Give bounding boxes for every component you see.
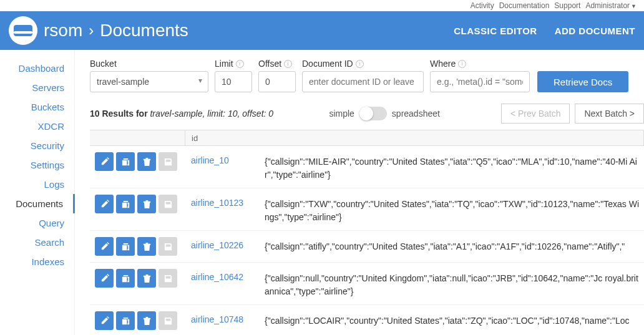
edit-button[interactable] bbox=[95, 152, 114, 171]
where-label: Where i bbox=[430, 59, 530, 69]
support-link[interactable]: Support bbox=[554, 1, 580, 10]
bucket-label: Bucket bbox=[90, 59, 208, 69]
sidebar-item-xdcr[interactable]: XDCR bbox=[0, 117, 74, 136]
document-id-input[interactable] bbox=[302, 71, 424, 92]
save-button bbox=[159, 152, 177, 171]
edit-icon bbox=[100, 316, 109, 326]
info-icon[interactable]: i bbox=[236, 60, 244, 68]
edit-icon bbox=[100, 157, 109, 167]
document-id-link[interactable]: airline_10226 bbox=[191, 240, 243, 250]
top-utility-bar: Activity Documentation Support Administr… bbox=[0, 0, 644, 11]
where-input[interactable] bbox=[430, 71, 530, 92]
document-id-link[interactable]: airline_10123 bbox=[191, 198, 243, 208]
sidebar-item-documents[interactable]: Documents bbox=[0, 194, 75, 213]
logo-icon bbox=[9, 16, 37, 45]
page-header: rsom › Documents CLASSIC EDITOR ADD DOCU… bbox=[0, 11, 644, 50]
results-summary: 10 Results for travel-sample, limit: 10,… bbox=[90, 109, 273, 119]
breadcrumb-current: Documents bbox=[100, 21, 188, 41]
table-header: id bbox=[90, 130, 644, 146]
document-id-link[interactable]: airline_10642 bbox=[191, 272, 243, 282]
sidebar-item-logs[interactable]: Logs bbox=[0, 175, 74, 194]
view-toggle[interactable] bbox=[359, 107, 387, 120]
delete-button[interactable] bbox=[137, 237, 156, 256]
breadcrumb: rsom › Documents bbox=[44, 21, 188, 41]
limit-label: Limit i bbox=[215, 59, 252, 69]
prev-batch-button[interactable]: < Prev Batch bbox=[501, 104, 570, 124]
copy-button[interactable] bbox=[116, 237, 135, 256]
docid-label: Document ID i bbox=[302, 59, 424, 69]
sidebar-item-buckets[interactable]: Buckets bbox=[0, 97, 74, 117]
edit-button[interactable] bbox=[95, 311, 114, 330]
document-content: {"callsign":"atifly","country":"United S… bbox=[258, 237, 644, 253]
sidebar-item-search[interactable]: Search bbox=[0, 233, 74, 252]
document-id-link[interactable]: airline_10748 bbox=[191, 314, 243, 324]
offset-label: Offset i bbox=[258, 59, 296, 69]
info-icon[interactable]: i bbox=[458, 60, 466, 68]
sidebar-item-indexes[interactable]: Indexes bbox=[0, 252, 74, 271]
sidebar-nav: DashboardServersBucketsXDCRSecuritySetti… bbox=[0, 50, 75, 335]
copy-icon bbox=[121, 242, 130, 251]
copy-icon bbox=[121, 274, 130, 283]
results-bar: 10 Results for travel-sample, limit: 10,… bbox=[90, 104, 644, 124]
classic-editor-link[interactable]: CLASSIC EDITOR bbox=[454, 26, 537, 36]
copy-button[interactable] bbox=[116, 311, 135, 330]
info-icon[interactable]: i bbox=[356, 60, 364, 68]
edit-button[interactable] bbox=[95, 195, 114, 213]
trash-icon bbox=[142, 200, 152, 209]
document-id-link[interactable]: airline_10 bbox=[191, 155, 229, 165]
spreadsheet-view-label: spreadsheet bbox=[392, 109, 440, 119]
next-batch-button[interactable]: Next Batch > bbox=[575, 104, 644, 124]
retrieve-docs-button[interactable]: Retrieve Docs bbox=[537, 71, 628, 92]
save-button bbox=[159, 269, 177, 288]
bucket-select[interactable]: travel-sample bbox=[90, 71, 208, 92]
document-content: {"callsign":"TXW","country":"United Stat… bbox=[258, 195, 644, 224]
table-row: airline_10226{"callsign":"atifly","count… bbox=[90, 231, 644, 263]
document-content: {"callsign":"MILE-AIR","country":"United… bbox=[258, 152, 644, 182]
activity-link[interactable]: Activity bbox=[471, 1, 494, 10]
main-content: Bucket travel-sample Limit i Offset i Do… bbox=[75, 50, 644, 335]
admin-menu[interactable]: Administrator▼ bbox=[585, 1, 637, 10]
table-row: airline_10642{"callsign":null,"country":… bbox=[90, 263, 644, 305]
sidebar-item-query[interactable]: Query bbox=[0, 213, 74, 233]
save-icon bbox=[163, 200, 173, 209]
save-icon bbox=[163, 274, 173, 283]
delete-button[interactable] bbox=[137, 152, 156, 171]
edit-icon bbox=[100, 242, 109, 251]
limit-input[interactable] bbox=[215, 71, 252, 92]
documentation-link[interactable]: Documentation bbox=[499, 1, 550, 10]
table-row: airline_10123{"callsign":"TXW","country"… bbox=[90, 188, 644, 231]
trash-icon bbox=[142, 316, 152, 326]
chevron-right-icon: › bbox=[89, 22, 94, 39]
chevron-down-icon: ▼ bbox=[631, 3, 637, 9]
id-column-header: id bbox=[185, 130, 258, 145]
table-row: airline_10748{"callsign":"LOCAIR","count… bbox=[90, 305, 644, 335]
document-content: {"callsign":"LOCAIR","country":"United S… bbox=[258, 311, 644, 328]
sidebar-item-security[interactable]: Security bbox=[0, 136, 74, 155]
trash-icon bbox=[142, 242, 152, 251]
add-document-button[interactable]: ADD DOCUMENT bbox=[555, 26, 635, 36]
copy-button[interactable] bbox=[116, 195, 135, 213]
copy-button[interactable] bbox=[116, 152, 135, 171]
sidebar-item-servers[interactable]: Servers bbox=[0, 78, 74, 97]
delete-button[interactable] bbox=[137, 269, 156, 288]
breadcrumb-root[interactable]: rsom bbox=[44, 21, 82, 41]
save-icon bbox=[163, 316, 173, 326]
trash-icon bbox=[142, 157, 152, 167]
edit-icon bbox=[100, 274, 109, 283]
document-content: {"callsign":null,"country":"United Kingd… bbox=[258, 269, 644, 298]
edit-button[interactable] bbox=[95, 269, 114, 288]
sidebar-item-dashboard[interactable]: Dashboard bbox=[0, 59, 74, 78]
copy-button[interactable] bbox=[116, 269, 135, 288]
delete-button[interactable] bbox=[137, 195, 156, 213]
delete-button[interactable] bbox=[137, 311, 156, 330]
edit-icon bbox=[100, 200, 109, 209]
trash-icon bbox=[142, 274, 152, 283]
copy-icon bbox=[121, 157, 130, 167]
table-row: airline_10{"callsign":"MILE-AIR","countr… bbox=[90, 146, 644, 188]
save-button bbox=[159, 237, 177, 256]
edit-button[interactable] bbox=[95, 237, 114, 256]
offset-input[interactable] bbox=[258, 71, 296, 92]
sidebar-item-settings[interactable]: Settings bbox=[0, 155, 74, 175]
info-icon[interactable]: i bbox=[284, 60, 292, 68]
filter-bar: Bucket travel-sample Limit i Offset i Do… bbox=[90, 59, 644, 92]
